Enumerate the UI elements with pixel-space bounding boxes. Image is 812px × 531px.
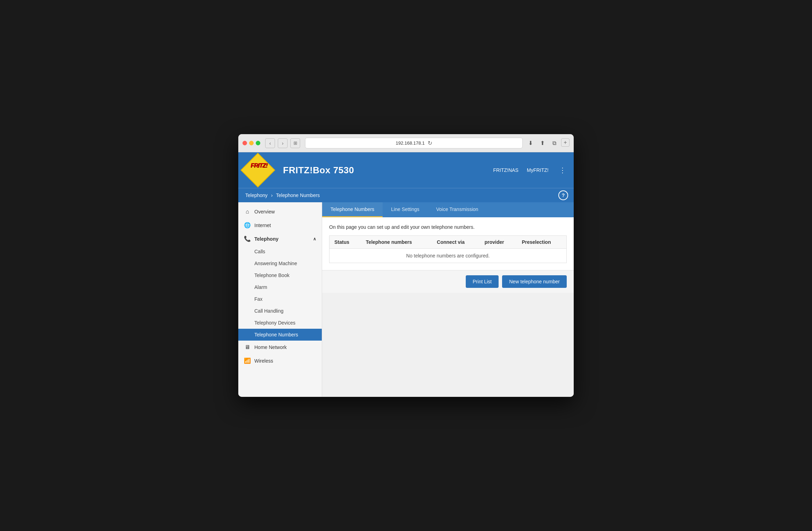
browser-window: ‹ › ⊞ 192.168.178.1 ↻ ⬇ ⬆ ⧉ + FRITZ! — [238, 134, 574, 397]
download-button[interactable]: ⬇ — [525, 138, 535, 148]
col-connect-via: Connect via — [432, 236, 479, 249]
content-area: Telephone Numbers Line Settings Voice Tr… — [322, 202, 574, 397]
sidebar: ⌂ Overview 🌐 Internet 📞 Telephony ∧ Call… — [238, 202, 322, 397]
sidebar-item-wireless[interactable]: 📶 Wireless — [238, 354, 322, 368]
sidebar-sub-label-telephone-numbers: Telephone Numbers — [254, 332, 298, 337]
sidebar-item-internet[interactable]: 🌐 Internet — [238, 218, 322, 232]
forward-button[interactable]: › — [278, 138, 288, 148]
breadcrumb-parent[interactable]: Telephony — [245, 192, 268, 198]
sidebar-sub-label-telephone-book: Telephone Book — [254, 272, 289, 278]
sidebar-section-telephony[interactable]: 📞 Telephony ∧ — [238, 232, 322, 246]
sidebar-item-telephony-devices[interactable]: Telephony Devices — [238, 317, 322, 329]
monitor-icon: 🖥 — [244, 344, 251, 350]
home-icon: ⌂ — [244, 209, 251, 215]
browser-actions: ⬇ ⬆ ⧉ + — [525, 138, 570, 148]
header-top: FRITZ! FRITZ!Box 7530 FRITZ!NAS MyFRITZ!… — [238, 152, 574, 188]
sidebar-sub-label-alarm: Alarm — [254, 284, 267, 290]
close-traffic-light[interactable] — [242, 141, 247, 145]
col-status: Status — [329, 236, 361, 249]
sidebar-sub-label-calls: Calls — [254, 249, 265, 254]
phone-icon: 📞 — [244, 235, 251, 242]
app-container: FRITZ! FRITZ!Box 7530 FRITZ!NAS MyFRITZ!… — [238, 152, 574, 397]
col-telephone-numbers: Telephone numbers — [361, 236, 432, 249]
content-footer: Print List New telephone number — [322, 270, 574, 293]
sidebar-item-label-home-network: Home Network — [254, 344, 287, 350]
app-title: FRITZ!Box 7530 — [283, 165, 354, 175]
sidebar-item-telephone-book[interactable]: Telephone Book — [238, 269, 322, 281]
new-telephone-number-button[interactable]: New telephone number — [502, 275, 567, 288]
sidebar-item-home-network[interactable]: 🖥 Home Network — [238, 341, 322, 354]
add-tab-button[interactable]: + — [561, 138, 570, 147]
sidebar-sub-label-answering-machine: Answering Machine — [254, 261, 297, 266]
minimize-traffic-light[interactable] — [249, 141, 254, 145]
content-inner: On this page you can set up and edit you… — [322, 217, 574, 270]
breadcrumb: Telephony › Telephone Numbers — [245, 192, 320, 198]
fritz-logo-area: FRITZ! — [244, 155, 276, 185]
globe-icon: 🌐 — [244, 222, 251, 228]
print-list-button[interactable]: Print List — [466, 275, 499, 288]
tab-line-settings[interactable]: Line Settings — [383, 202, 428, 217]
breadcrumb-current: Telephone Numbers — [276, 192, 320, 198]
traffic-lights — [242, 141, 260, 145]
telephone-numbers-table: Status Telephone numbers Connect via pro… — [329, 235, 567, 263]
share-button[interactable]: ⬆ — [537, 138, 547, 148]
empty-message: No telephone numbers are configured. — [329, 249, 567, 263]
sidebar-item-calls[interactable]: Calls — [238, 246, 322, 257]
tabs-bar: Telephone Numbers Line Settings Voice Tr… — [322, 202, 574, 217]
myfritz-link[interactable]: MyFRITZ! — [527, 167, 549, 173]
chevron-up-icon: ∧ — [313, 237, 316, 241]
fritz-logo-text: FRITZ! — [245, 162, 273, 169]
sidebar-sub-label-fax: Fax — [254, 296, 262, 302]
sidebar-item-label-wireless: Wireless — [254, 358, 273, 364]
sidebar-section-label-telephony: Telephony — [254, 236, 278, 242]
header-title-area: FRITZ!Box 7530 — [276, 165, 493, 176]
page-description: On this page you can set up and edit you… — [329, 224, 567, 230]
tab-voice-transmission[interactable]: Voice Transmission — [428, 202, 487, 217]
sidebar-item-fax[interactable]: Fax — [238, 293, 322, 305]
table-header: Status Telephone numbers Connect via pro… — [329, 236, 567, 249]
sidebar-sub-label-call-handling: Call Handling — [254, 308, 283, 314]
app-header: FRITZ! FRITZ!Box 7530 FRITZ!NAS MyFRITZ!… — [238, 152, 574, 202]
sidebar-toggle-button[interactable]: ⊞ — [290, 138, 300, 148]
sidebar-item-label-internet: Internet — [254, 223, 271, 228]
help-button[interactable]: ? — [558, 190, 568, 200]
breadcrumb-bar: Telephony › Telephone Numbers ? — [238, 188, 574, 202]
browser-chrome: ‹ › ⊞ 192.168.178.1 ↻ ⬇ ⬆ ⧉ + — [238, 134, 574, 152]
fritznas-link[interactable]: FRITZ!NAS — [493, 167, 518, 173]
col-preselection: Preselection — [517, 236, 566, 249]
tab-telephone-numbers[interactable]: Telephone Numbers — [322, 202, 383, 217]
fritz-logo: FRITZ! — [244, 158, 272, 182]
tab-overview-button[interactable]: ⧉ — [549, 138, 559, 148]
sidebar-item-answering-machine[interactable]: Answering Machine — [238, 257, 322, 269]
reload-button[interactable]: ↻ — [428, 140, 432, 146]
header-nav: FRITZ!NAS MyFRITZ! ⋮ — [493, 166, 568, 174]
fritz-diamond — [241, 153, 275, 188]
table-header-row: Status Telephone numbers Connect via pro… — [329, 236, 567, 249]
url-text: 192.168.178.1 — [396, 140, 425, 146]
col-provider: provider — [480, 236, 517, 249]
table-body: No telephone numbers are configured. — [329, 249, 567, 263]
fullscreen-traffic-light[interactable] — [256, 141, 260, 145]
sidebar-item-overview[interactable]: ⌂ Overview — [238, 205, 322, 218]
sidebar-item-telephone-numbers[interactable]: Telephone Numbers — [238, 329, 322, 341]
table-empty-row: No telephone numbers are configured. — [329, 249, 567, 263]
address-bar: 192.168.178.1 ↻ — [305, 138, 523, 148]
telephony-submenu: Calls Answering Machine Telephone Book A… — [238, 246, 322, 341]
breadcrumb-separator: › — [271, 192, 273, 198]
sidebar-item-call-handling[interactable]: Call Handling — [238, 305, 322, 317]
wifi-icon: 📶 — [244, 357, 251, 364]
main-layout: ⌂ Overview 🌐 Internet 📞 Telephony ∧ Call… — [238, 202, 574, 397]
sidebar-item-label-overview: Overview — [254, 209, 275, 214]
sidebar-item-alarm[interactable]: Alarm — [238, 281, 322, 293]
content-panel: Telephone Numbers Line Settings Voice Tr… — [322, 202, 574, 293]
back-button[interactable]: ‹ — [265, 138, 275, 148]
sidebar-sub-label-telephony-devices: Telephony Devices — [254, 320, 296, 326]
more-menu-button[interactable]: ⋮ — [557, 166, 568, 174]
